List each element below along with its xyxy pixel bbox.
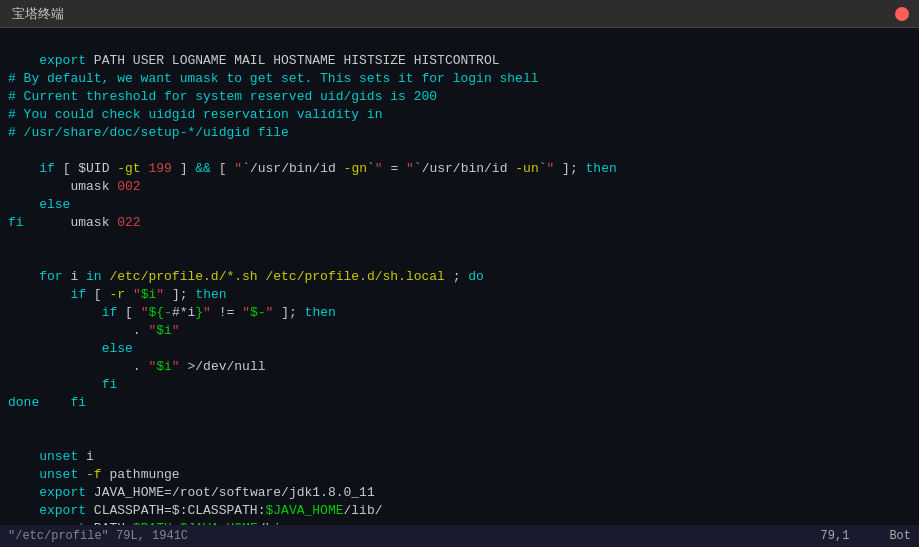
terminal-line: . "$i" >/dev/null — [8, 340, 911, 358]
close-button[interactable] — [895, 7, 909, 21]
terminal-line: # /usr/share/doc/setup-*/uidgid file — [8, 124, 911, 142]
file-info: "/etc/profile" 79L, 1941C — [8, 529, 188, 543]
cursor-position: 79,1 — [821, 529, 850, 543]
terminal[interactable]: export PATH USER LOGNAME MAIL HOSTNAME H… — [0, 28, 919, 547]
terminal-line — [8, 232, 911, 250]
terminal-line: export PATH USER LOGNAME MAIL HOSTNAME H… — [8, 34, 911, 52]
terminal-line: done — [8, 394, 911, 412]
terminal-line: umask 022 — [8, 196, 911, 214]
terminal-line: # You could check uidgid reservation val… — [8, 106, 911, 124]
titlebar: 宝塔终端 — [0, 0, 919, 28]
terminal-line: else — [8, 178, 911, 196]
terminal-line: if [ $UID -gt 199 ] && [ "`/usr/bin/id -… — [8, 142, 911, 160]
terminal-line: unset i — [8, 430, 911, 448]
terminal-line: fi — [8, 376, 911, 394]
terminal-line: unset -f pathmunge — [8, 448, 911, 466]
terminal-line: # By default, we want umask to get set. … — [8, 70, 911, 88]
scroll-mode: Bot — [889, 529, 911, 543]
terminal-line — [8, 412, 911, 430]
terminal-line: for i in /etc/profile.d/*.sh /etc/profil… — [8, 250, 911, 268]
terminal-line: fi — [8, 214, 911, 232]
terminal-line: # Current threshold for system reserved … — [8, 88, 911, 106]
statusbar: "/etc/profile" 79L, 1941C 79,1 Bot — [0, 525, 919, 547]
titlebar-title: 宝塔终端 — [12, 5, 64, 23]
